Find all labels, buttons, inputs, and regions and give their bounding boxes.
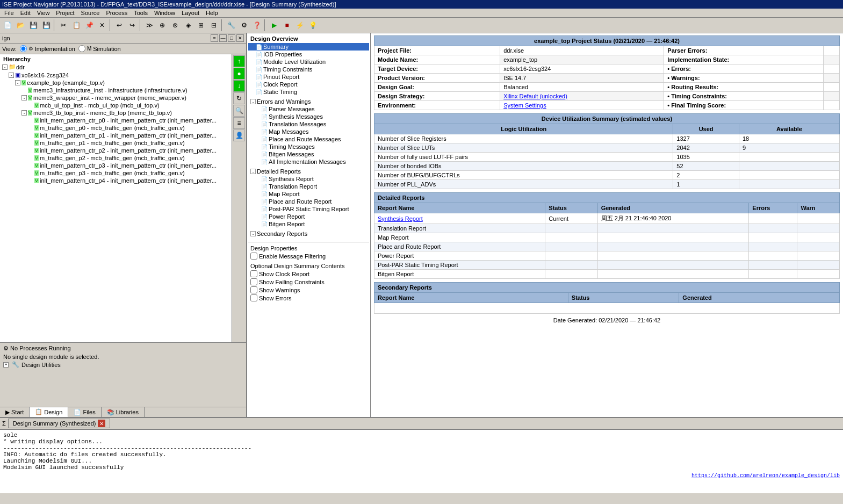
menu-project[interactable]: Project xyxy=(53,9,77,17)
expand-secondary[interactable]: - xyxy=(250,231,256,236)
radio-simulation[interactable] xyxy=(78,45,85,52)
do-item-synth-msg[interactable]: 📄 Synthesis Messages xyxy=(248,113,369,120)
expand-example-top[interactable]: - xyxy=(15,80,20,85)
strategy-link[interactable]: Xilinx Default (unlocked) xyxy=(503,93,567,99)
tree-item-memc3-infra[interactable]: V memc3_infrastructure_inst - infrastruc… xyxy=(1,87,230,94)
tree-item-traffic-p3[interactable]: V m_traffic_gen_p3 - mcb_traffic_gen (mc… xyxy=(1,169,230,177)
tree-item-traffic-p0[interactable]: V m_traffic_gen_p0 - mcb_traffic_gen (mc… xyxy=(1,124,230,132)
toolbar-btn4[interactable]: ◈ xyxy=(182,19,194,31)
design-summary-tab[interactable]: Design Summary (Synthesized) ✕ xyxy=(8,419,111,428)
toolbar-save[interactable]: 💾 xyxy=(27,19,39,31)
do-item-parser-msg[interactable]: 📄 Parser Messages xyxy=(248,105,369,113)
nav-icon-person[interactable]: 👤 xyxy=(233,129,245,141)
nav-icon-filter[interactable]: 🔍 xyxy=(233,105,245,117)
menu-layout[interactable]: Layout xyxy=(178,9,203,17)
show-clock-report-item[interactable]: Show Clock Report xyxy=(248,270,369,278)
toolbar-paste[interactable]: 📌 xyxy=(83,19,95,31)
toolbar-btn8[interactable]: ⚙ xyxy=(238,19,250,31)
radio-implementation[interactable] xyxy=(20,45,27,52)
toolbar-del[interactable]: ✕ xyxy=(96,19,108,31)
toolbar-btn3[interactable]: ⊗ xyxy=(169,19,181,31)
menu-process[interactable]: Process xyxy=(103,9,131,17)
do-item-map-report[interactable]: 📄 Map Report xyxy=(248,190,369,198)
tab-start[interactable]: ▶ Start xyxy=(0,407,30,417)
synth-report-link[interactable]: Synthesis Report xyxy=(378,215,423,222)
do-item-power-report[interactable]: 📄 Power Report xyxy=(248,213,369,220)
expand-tb[interactable]: - xyxy=(21,110,27,116)
nav-green-circle[interactable]: ● xyxy=(233,68,245,80)
close-tab-button[interactable]: ✕ xyxy=(98,420,105,427)
menu-edit[interactable]: Edit xyxy=(17,9,34,17)
expand-utilities[interactable]: + xyxy=(3,362,9,368)
tree-item-xc6slx16[interactable]: - ▣ xc6slx16-2csg324 xyxy=(1,71,230,79)
tree-item-init-p1[interactable]: V init_mem_pattern_ctr_p1 - init_mem_pat… xyxy=(1,132,230,139)
menu-help[interactable]: Help xyxy=(203,9,221,17)
do-item-post-par[interactable]: 📄 Post-PAR Static Timing Report xyxy=(248,205,369,213)
checkbox-enable-filter[interactable] xyxy=(250,253,257,260)
toolbar-copy[interactable]: 📋 xyxy=(70,19,82,31)
tree-item-mcb-ui-top[interactable]: V mcb_ui_top_inst - mcb_ui_top (mcb_ui_t… xyxy=(1,102,230,109)
show-failing-item[interactable]: Show Failing Constraints xyxy=(248,278,369,286)
do-item-all-impl[interactable]: 📄 All Implementation Messages xyxy=(248,158,369,165)
expand-errors[interactable]: - xyxy=(250,99,256,104)
toolbar-undo[interactable]: ↩ xyxy=(113,19,125,31)
dr-name-1[interactable]: Synthesis Report xyxy=(374,213,545,224)
tree-item-example-top[interactable]: - V example_top (example_top.v) xyxy=(1,79,230,87)
do-item-clock[interactable]: 📄 Clock Report xyxy=(248,81,369,88)
menu-tools[interactable]: Tools xyxy=(131,9,151,17)
toolbar-btn9[interactable]: ❓ xyxy=(251,19,263,31)
ps-value-7[interactable]: System Settings xyxy=(500,101,664,110)
toolbar-btn2[interactable]: ⊕ xyxy=(156,19,168,31)
tree-item-init-p0[interactable]: V init_mem_pattern_ctr_p0 - init_mem_pat… xyxy=(1,117,230,124)
menu-file[interactable]: File xyxy=(1,9,17,17)
do-item-par-msg[interactable]: 📄 Place and Route Messages xyxy=(248,135,369,143)
do-item-pinout[interactable]: 📄 Pinout Report xyxy=(248,73,369,81)
panel-maximize[interactable]: □ xyxy=(228,34,235,42)
checkbox-errors[interactable] xyxy=(250,294,257,301)
enable-msg-filter[interactable]: Enable Message Filtering xyxy=(248,252,369,260)
toolbar-debug[interactable]: ⚡ xyxy=(294,19,306,31)
tree-item-ddr[interactable]: - 📁 ddr xyxy=(1,63,230,71)
tab-libraries[interactable]: 📚 Libraries xyxy=(102,407,145,417)
expand-wrapper[interactable]: - xyxy=(21,95,27,100)
do-item-synth-report[interactable]: 📄 Synthesis Report xyxy=(248,175,369,183)
nav-icon-hierarchy[interactable]: ≡ xyxy=(233,117,245,129)
toolbar-new[interactable]: 📄 xyxy=(2,19,13,31)
environment-link[interactable]: System Settings xyxy=(503,102,546,109)
tree-item-traffic-p2[interactable]: V m_traffic_gen_p2 - mcb_traffic_gen (mc… xyxy=(1,154,230,162)
show-errors-item[interactable]: Show Errors xyxy=(248,294,369,302)
do-item-par-report[interactable]: 📄 Place and Route Report xyxy=(248,198,369,205)
tab-files[interactable]: 📄 Files xyxy=(68,407,101,417)
ps-value-6[interactable]: Xilinx Default (unlocked) xyxy=(500,92,664,101)
toolbar-lightbulb[interactable]: 💡 xyxy=(307,19,319,31)
tree-item-memc3-wrapper[interactable]: - V memc3_wrapper_inst - memc_wrapper (m… xyxy=(1,94,230,102)
expand-xc6slx16[interactable]: - xyxy=(9,73,14,78)
do-item-map-msg[interactable]: 📄 Map Messages xyxy=(248,128,369,135)
tree-item-traffic-p1[interactable]: V m_traffic_gen_p1 - mcb_traffic_gen (mc… xyxy=(1,139,230,147)
do-item-summary[interactable]: 📄 Summary xyxy=(248,43,369,51)
menu-window[interactable]: Window xyxy=(151,9,178,17)
tree-item-memc3-tb[interactable]: - V memc3_tb_top_inst - memc_tb_top (mem… xyxy=(1,109,230,117)
do-item-bitgen-report[interactable]: 📄 Bitgen Report xyxy=(248,220,369,228)
do-item-iob[interactable]: 📄 IOB Properties xyxy=(248,51,369,58)
show-warnings-item[interactable]: Show Warnings xyxy=(248,286,369,294)
toolbar-save2[interactable]: 💾 xyxy=(40,19,52,31)
panel-minimize[interactable]: — xyxy=(219,34,227,42)
toolbar-open[interactable]: 📂 xyxy=(15,19,26,31)
expand-detailed[interactable]: - xyxy=(250,169,256,174)
tree-item-init-p4[interactable]: V init_mem_pattern_ctr_p4 - init_mem_pat… xyxy=(1,177,230,184)
toolbar-btn5[interactable]: ⊞ xyxy=(195,19,207,31)
checkbox-clock-report[interactable] xyxy=(250,270,257,277)
do-item-module-util[interactable]: 📄 Module Level Utilization xyxy=(248,58,369,66)
toolbar-redo[interactable]: ↪ xyxy=(126,19,138,31)
tab-design[interactable]: 📋 Design xyxy=(30,407,68,417)
process-utility-item[interactable]: + 🔧 Design Utilities xyxy=(1,361,245,369)
toolbar-btn7[interactable]: 🔧 xyxy=(225,19,237,31)
toolbar-btn1[interactable]: ≫ xyxy=(143,19,155,31)
do-item-trans-msg[interactable]: 📄 Translation Messages xyxy=(248,120,369,128)
do-item-trans-report[interactable]: 📄 Translation Report xyxy=(248,183,369,190)
toolbar-stop[interactable]: ■ xyxy=(281,19,293,31)
toolbar-btn6[interactable]: ⊟ xyxy=(208,19,220,31)
toolbar-cut[interactable]: ✂ xyxy=(57,19,69,31)
console-link[interactable]: https://github.com/arelreon/example_desi… xyxy=(691,473,840,479)
